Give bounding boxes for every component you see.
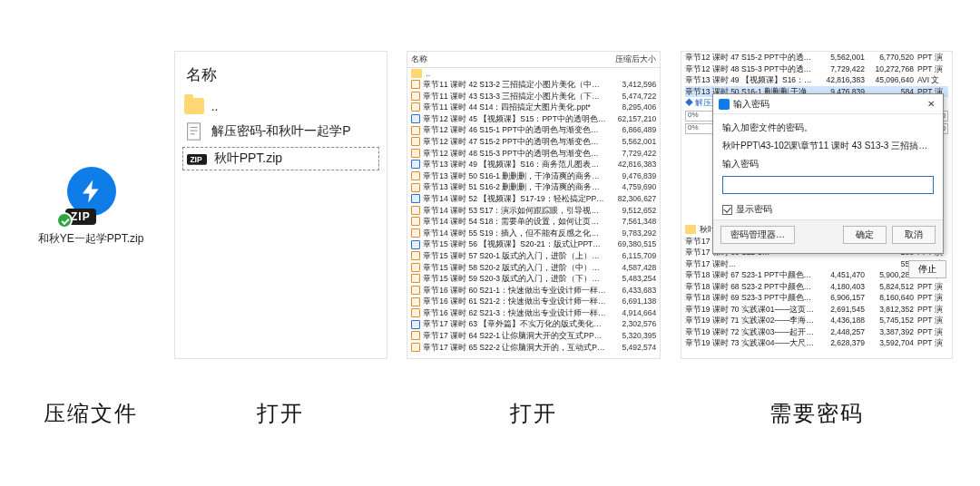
list-item[interactable]: 章节12 课时 47 S15-2 PPT中的透明色与渐变色…5,562,001 (407, 136, 660, 148)
file-type-icon (411, 160, 420, 169)
dialog-filepath: 秋叶PPT\43-102课\章节11 课时 43 S13-3 三招搞定小图片美化… (722, 140, 934, 152)
list-item[interactable]: 章节14 课时 55 S19：插入，但不能有反感之化…9,783,292 (407, 228, 660, 239)
file-type-icon (411, 92, 420, 101)
password-manager-button[interactable]: 密码管理器… (720, 226, 795, 244)
file-name: 章节13 课时 51 S16-2 删删删，干净清爽的商务… (423, 181, 606, 193)
file-type-icon (411, 286, 420, 295)
list-item[interactable]: 章节15 课时 58 S20-2 版式的入门，进阶（中）…4,587,428 (407, 262, 660, 274)
file-size: 5,492,574 (606, 342, 656, 354)
list-item[interactable]: 章节12 课时 46 S15-1 PPT中的透明色与渐变色…6,866,489 (407, 124, 660, 136)
caption-3: 打开 (510, 399, 557, 428)
file-type-icon (411, 137, 420, 146)
file-size: 4,759,690 (606, 181, 656, 193)
file-size: 6,691,138 (606, 296, 656, 307)
list-item[interactable]: 章节19 课时 70 实践课01——这页2015年创业…2,691,5453,8… (685, 304, 948, 316)
file-name: 章节16 课时 60 S21-1：快速做出专业设计师一样… (423, 285, 606, 296)
list-item[interactable]: 章节13 课时 49 【视频课】S16：商务范…42,816,38345,096… (685, 74, 948, 86)
list-item[interactable]: 章节12 课时 45 【视频课】S15：PPT中的透明色…62,157,210 (407, 113, 660, 125)
list-item[interactable]: 章节15 课时 59 S20-3 版式的入门，进阶（下）…5,483,254 (407, 273, 660, 285)
file-size: 6,866,489 (606, 124, 656, 136)
col-name-header[interactable]: 名称 (411, 53, 606, 65)
list-item[interactable]: 章节12 课时 47 S15-2 PPT中的透明色与渐…5,562,0016,7… (685, 52, 948, 63)
file-size: 6,115,709 (606, 250, 656, 262)
list-item[interactable]: 章节15 课时 57 S20-1 版式的入门，进阶（上）…6,115,709 (407, 250, 660, 262)
file-size: 7,561,348 (606, 216, 656, 228)
dialog-app-icon (719, 99, 730, 110)
list-item[interactable]: 章节15 课时 56 【视频课】S20-21：版式让PPT…69,380,515 (407, 238, 660, 250)
list-item[interactable]: 章节16 课时 62 S21-3：快速做出专业设计师一样…4,914,664 (407, 307, 660, 319)
list-item[interactable]: 章节11 课时 44 S14：四招搞定大图片美化.ppt*8,295,406 (407, 102, 660, 113)
file-name: 章节16 课时 61 S21-2：快速做出专业设计师一样… (423, 296, 606, 307)
list-item[interactable]: 章节17 课时 65 S22-2 让你脑洞大开的，互动式PP…5,492,574 (407, 342, 660, 354)
file-type-icon (411, 171, 420, 180)
file-size: 5,474,722 (606, 91, 656, 102)
archive-listing-window: 名称 压缩后大小 .. 章节11 课时 42 S13-2 三招搞定小图片美化（中… (407, 51, 661, 359)
list-item[interactable]: 章节17 课时 63 【章外篇】不实万化的版式美化…2,302,576 (407, 318, 660, 330)
list-item[interactable]: 章节18 课时 69 S23-3 PPT中颜色的使用（下）.p…6,906,15… (685, 292, 948, 304)
file-name: 章节15 课时 56 【视频课】S20-21：版式让PPT… (423, 238, 606, 250)
list-item[interactable]: 章节14 课时 52 【视频课】S17-19：轻松搞定PP…82,306,627 (407, 193, 660, 205)
file-type-icon (411, 251, 420, 260)
list-item[interactable]: 章节13 课时 51 S16-2 删删删，干净清爽的商务…4,759,690 (407, 181, 660, 193)
extract-window: 章节12 课时 47 S15-2 PPT中的透明色与渐…5,562,0016,7… (681, 51, 953, 359)
file-size: 4,914,664 (606, 307, 656, 319)
folder-icon (411, 69, 422, 78)
file-name: 章节13 课时 50 S16-1 删删删，干净清爽的商务… (423, 170, 606, 182)
list-item[interactable]: 章节16 课时 60 S21-1：快速做出专业设计师一样…6,433,683 (407, 285, 660, 296)
list-item[interactable]: 章节13 课时 50 S16-1 删删删，干净清爽的商务…9,476,839 (407, 170, 660, 182)
text-file-label: 解压密码-和秋叶一起学P (211, 123, 351, 140)
zip-filename-label: 和秋YE一起学PPT.zip (38, 232, 144, 246)
cancel-button[interactable]: 取消 (892, 226, 936, 244)
file-type-icon (411, 343, 420, 352)
dialog-close-button[interactable]: ✕ (925, 99, 937, 109)
show-password-checkbox[interactable] (722, 205, 732, 215)
column-header-name[interactable]: 名称 (186, 64, 379, 85)
file-size: 7,729,422 (606, 148, 656, 160)
folder-up-row[interactable]: .. (407, 68, 660, 79)
file-name: 章节14 课时 53 S17：演示如何跟踪眼，引导视… (423, 205, 606, 217)
list-item[interactable]: 章节11 课时 42 S13-2 三招搞定小图片美化（中…3,412,596 (407, 79, 660, 91)
file-name: 章节17 课时 63 【章外篇】不实万化的版式美化… (423, 318, 606, 330)
text-file-icon (184, 122, 204, 141)
list-item[interactable]: 章节19 课时 71 实践课02——李海峰老师的个人…4,436,1885,74… (685, 315, 948, 326)
list-item[interactable]: 章节14 课时 53 S17：演示如何跟踪眼，引导视…9,512,652 (407, 205, 660, 217)
list-item[interactable]: 章节14 课时 54 S18：需要单的设置，如何让页…7,561,348 (407, 216, 660, 228)
svg-text:ZIP: ZIP (190, 155, 202, 164)
list-item[interactable]: 章节11 课时 43 S13-3 三招搞定小图片美化（下…5,474,722 (407, 91, 660, 102)
show-password-label: 显示密码 (736, 203, 772, 216)
list-item[interactable]: 章节13 课时 49 【视频课】S16：商务范儿图表制…42,816,383 (407, 159, 660, 170)
text-file-item[interactable]: 解压密码-和秋叶一起学P (182, 118, 379, 145)
caption-4: 需要密码 (769, 399, 864, 428)
file-name: 章节12 课时 47 S15-2 PPT中的透明色与渐变色… (423, 136, 606, 148)
file-type-icon (411, 228, 420, 238)
file-type-icon (411, 297, 420, 306)
list-item[interactable]: 章节17 课时 64 S22-1 让你脑洞大开的交互式PP…5,320,395 (407, 330, 660, 342)
folder-icon (685, 225, 696, 234)
col-size-header[interactable]: 压缩后大小 (606, 53, 656, 65)
file-size: 2,302,576 (606, 318, 656, 330)
ok-button[interactable]: 确定 (843, 226, 887, 244)
list-item[interactable]: 章节16 课时 61 S21-2：快速做出专业设计师一样…6,691,138 (407, 296, 660, 307)
stop-button[interactable]: 停止 (908, 260, 946, 278)
file-name: 章节12 课时 45 【视频课】S15：PPT中的透明色… (423, 113, 606, 125)
list-item[interactable]: 章节12 课时 48 S15-3 PPT中的透明色与渐变色…7,729,422 (407, 148, 660, 160)
list-item[interactable]: 章节12 课时 48 S15-3 PPT中的透明色与渐变色…7,729,4221… (685, 63, 948, 75)
folder-icon (184, 98, 204, 114)
file-type-icon (411, 217, 420, 226)
list-item[interactable]: 章节18 课时 68 S23-2 PPT中颜色的使用（中）.p…4,180,40… (685, 281, 948, 293)
file-name: 章节16 课时 62 S21-3：快速做出专业设计师一样… (423, 307, 606, 319)
file-size: 42,816,383 (606, 159, 656, 170)
zip-file-desktop-icon[interactable]: ZIP 和秋YE一起学PPT.zip (36, 165, 145, 246)
list-item[interactable]: 章节19 课时 72 实践课03——起开工社区介绍…2,448,2573,387… (685, 326, 948, 338)
file-name: 章节15 课时 59 S20-3 版式的入门，进阶（下）… (423, 273, 606, 285)
folder-up[interactable]: .. (182, 94, 379, 118)
file-name: 章节14 课时 54 S18：需要单的设置，如何让页… (423, 216, 606, 228)
file-type-icon (411, 331, 420, 340)
file-size: 5,562,001 (606, 136, 656, 148)
list-item[interactable]: 章节19 课时 73 实践课04——大尺度修改硕校…2,628,3793,592… (685, 337, 948, 349)
file-name: 章节15 课时 58 S20-2 版式的入门，进阶（中）… (423, 262, 606, 274)
file-type-icon (411, 126, 420, 135)
password-input[interactable] (722, 176, 934, 194)
file-name: 章节15 课时 57 S20-1 版式的入门，进阶（上）… (423, 250, 606, 262)
zip-file-item[interactable]: ZIP 秋叶PPT.zip (182, 147, 379, 170)
